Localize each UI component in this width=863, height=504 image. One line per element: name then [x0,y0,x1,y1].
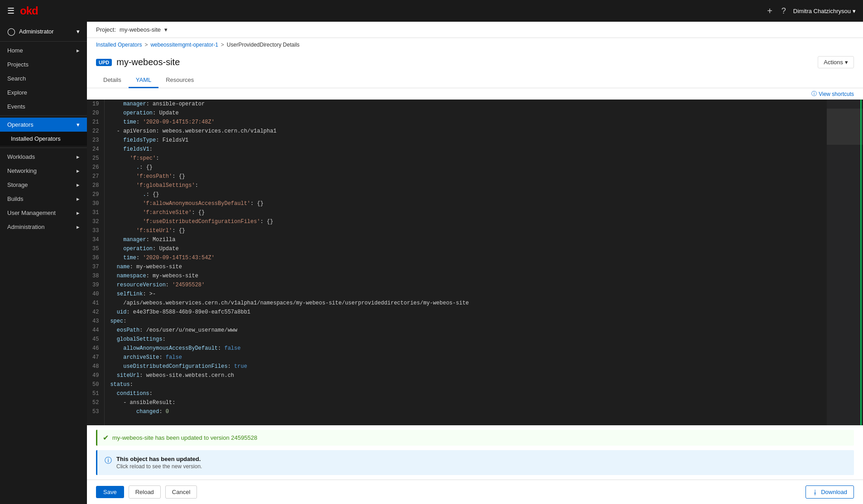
topnav-icons: + ? [767,6,786,16]
sidebar-admin-label: Administrator [19,28,54,35]
breadcrumb-sep-2: > [221,42,224,48]
yaml-editor[interactable]: 1920212223242526272829303132333435363738… [87,100,863,425]
view-shortcuts-bar: ⓘ View shortcuts [87,88,863,100]
sidebar-item-operators[interactable]: Operators ▾ [0,118,87,132]
sidebar-item-storage[interactable]: Storage ▸ [0,178,87,192]
chevron-right-icon-sto: ▸ [77,181,80,188]
actions-button[interactable]: Actions ▾ [818,56,854,68]
breadcrumb-current: UserProvidedDirectory Details [227,42,300,48]
sidebar-admin-toggle[interactable]: ◯ Administrator ▾ [0,22,87,42]
minimap [827,100,863,425]
sidebar-item-events[interactable]: Events [0,100,87,114]
actions-chevron-icon: ▾ [845,59,848,66]
main-layout: ◯ Administrator ▾ Home ▸ Projects Search… [0,22,863,504]
minimap-viewport [827,109,863,145]
save-button[interactable]: Save [96,486,124,498]
sidebar-item-builds[interactable]: Builds ▸ [0,192,87,206]
sidebar-item-explore[interactable]: Explore [0,86,87,100]
sidebar-item-home[interactable]: Home ▸ [0,43,87,57]
logo: okd [20,5,38,17]
project-chevron-icon[interactable]: ▾ [164,26,168,33]
info-content: This object has been updated. Click relo… [116,456,202,470]
chevron-right-icon-wl: ▸ [77,153,80,160]
page-header-left: UPD my-webeos-site [96,57,180,67]
add-icon[interactable]: + [767,6,772,16]
success-message: ✔ my-webeos-site has been updated to ver… [96,430,854,446]
sidebar-item-installed-operators[interactable]: Installed Operators [0,132,87,146]
chevron-right-icon-bld: ▸ [77,195,80,202]
success-icon: ✔ [103,433,109,442]
sidebar-item-search[interactable]: Search [0,71,87,86]
user-name: Dimitra Chatzichrysou [793,8,851,14]
bottom-bar: Save Reload Cancel ⭳ Download [87,480,863,504]
download-icon: ⭳ [812,489,818,495]
chevron-right-icon-um: ▸ [77,209,80,216]
page-title: my-webeos-site [116,57,180,67]
sidebar-item-user-management[interactable]: User Management ▸ [0,206,87,220]
tab-resources[interactable]: Resources [158,73,201,88]
content-area: Project: my-webeos-site ▾ Installed Oper… [87,22,863,504]
info-title: This object has been updated. [116,456,202,462]
info-circle-icon: ⓘ [811,90,817,98]
chevron-down-icon: ▾ [77,121,80,128]
project-label: Project: [96,26,116,33]
info-message: ⓘ This object has been updated. Click re… [96,450,854,475]
cancel-button[interactable]: Cancel [165,485,197,499]
user-menu[interactable]: Dimitra Chatzichrysou ▾ [793,8,856,14]
sidebar-nav: Home ▸ Projects Search Explore Events Op… [0,42,87,236]
sidebar-item-administration[interactable]: Administration ▸ [0,220,87,234]
upd-badge: UPD [96,59,112,66]
sidebar: ◯ Administrator ▾ Home ▸ Projects Search… [0,22,87,504]
tab-details[interactable]: Details [96,73,129,88]
sidebar-item-workloads[interactable]: Workloads ▸ [0,150,87,164]
actions-label: Actions [824,59,843,66]
info-icon: ⓘ [105,456,112,466]
download-label: Download [821,489,847,495]
breadcrumb-sep-1: > [144,42,148,48]
status-bar: ✔ my-webeos-site has been updated to ver… [87,425,863,480]
user-chevron-icon: ▾ [853,8,856,14]
help-icon[interactable]: ? [781,6,786,16]
topnav: ☰ okd + ? Dimitra Chatzichrysou ▾ [0,0,863,22]
chevron-right-icon: ▸ [77,47,80,54]
breadcrumb-operator[interactable]: webeossitemgmt-operator-1 [150,42,218,48]
tab-yaml[interactable]: YAML [129,73,158,88]
code-content[interactable]: manager: ansible-operator operation: Upd… [105,100,827,425]
info-subtitle: Click reload to see the new version. [116,463,202,470]
view-shortcuts-link[interactable]: ⓘ View shortcuts [811,90,854,98]
tabs: Details YAML Resources [87,73,863,88]
user-circle-icon: ◯ [7,27,15,36]
reload-button[interactable]: Reload [129,485,161,499]
breadcrumb: Installed Operators > webeossitemgmt-ope… [87,38,863,52]
chevron-right-icon-net: ▸ [77,167,80,174]
sidebar-item-networking[interactable]: Networking ▸ [0,164,87,178]
chevron-right-icon-adm: ▸ [77,223,80,230]
admin-chevron-icon: ▾ [77,28,80,35]
sidebar-item-projects[interactable]: Projects [0,57,87,71]
breadcrumb-installed-operators[interactable]: Installed Operators [96,42,142,48]
download-button[interactable]: ⭳ Download [805,485,854,499]
page-header: UPD my-webeos-site Actions ▾ [87,52,863,68]
success-text: my-webeos-site has been updated to versi… [112,434,257,441]
hamburger-icon[interactable]: ☰ [7,6,14,16]
project-name: my-webeos-site [120,26,161,33]
project-bar: Project: my-webeos-site ▾ [87,22,863,38]
line-numbers: 1920212223242526272829303132333435363738… [87,100,105,425]
